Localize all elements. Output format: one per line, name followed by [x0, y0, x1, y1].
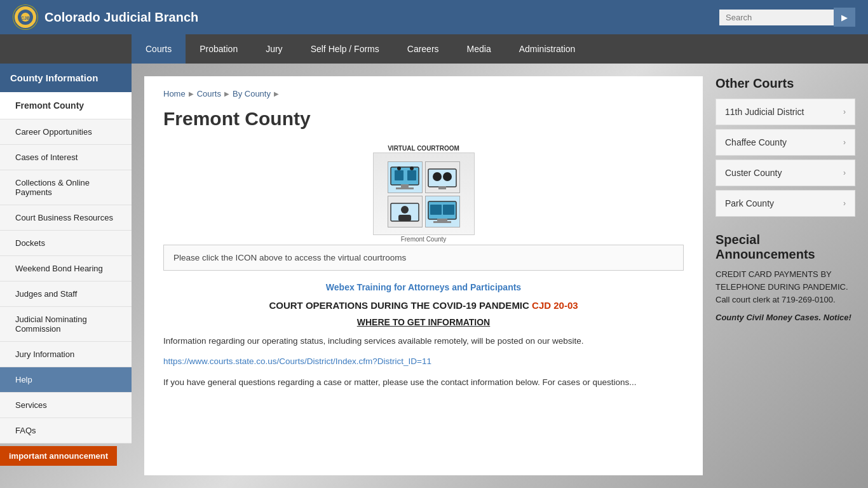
- svg-rect-7: [407, 170, 416, 180]
- breadcrumb-courts[interactable]: Courts: [197, 89, 221, 98]
- breadcrumb: Home ▶ Courts ▶ By County ▶: [163, 89, 684, 98]
- court-link-chaffee-county[interactable]: Chaffee County›: [715, 129, 855, 156]
- breadcrumb-arrow-3: ▶: [274, 90, 279, 97]
- search-button[interactable]: ▶: [834, 8, 855, 27]
- search-input[interactable]: [719, 10, 834, 25]
- svg-point-6: [397, 166, 401, 170]
- court-link-11th-judicial-district[interactable]: 11th Judicial District›: [715, 98, 855, 125]
- other-courts-title: Other Courts: [715, 76, 855, 91]
- sidebar-item-services[interactable]: Services: [0, 393, 132, 418]
- svg-rect-22: [433, 221, 451, 223]
- courtroom-icon-3: [388, 196, 423, 227]
- courtroom-icon-1: [388, 161, 423, 193]
- announce-italic: County Civil Money Cases. Notice!: [715, 313, 855, 322]
- svg-rect-5: [395, 170, 403, 180]
- courtroom-image[interactable]: VIRTUAL COURTROOM: [373, 152, 475, 235]
- district-link[interactable]: https://www.courts.state.co.us/Courts/Di…: [163, 355, 684, 368]
- covid-cjd: CJD 20-03: [532, 300, 578, 311]
- page-title: Fremont County: [163, 108, 684, 130]
- svg-rect-17: [398, 215, 411, 221]
- svg-point-8: [410, 166, 414, 170]
- svg-rect-10: [396, 187, 414, 189]
- nav-item-administration[interactable]: Administration: [505, 34, 590, 64]
- court-link-custer-county[interactable]: Custer County›: [715, 159, 855, 186]
- sidebar-item-career-opportunities[interactable]: Career Opportunities: [0, 119, 132, 145]
- virtual-courtroom-widget[interactable]: VIRTUAL COURTROOM: [163, 142, 684, 235]
- logo-area: CJB Colorado Judicial Branch: [13, 4, 198, 30]
- sidebar-item-court-business-resources[interactable]: Court Business Resources: [0, 205, 132, 231]
- court-link-park-county[interactable]: Park County›: [715, 190, 855, 217]
- sidebar-header: County Information: [0, 64, 132, 92]
- search-area: ▶: [719, 8, 855, 27]
- sidebar-item-weekend-bond-hearing[interactable]: Weekend Bond Hearing: [0, 256, 132, 281]
- special-announcements: Special Announcements CREDIT CARD PAYMEN…: [715, 233, 855, 322]
- nav-item-self-help-/-forms[interactable]: Self Help / Forms: [297, 34, 393, 64]
- sidebar: County Information Fremont CountyCareer …: [0, 64, 132, 488]
- nav-item-probation[interactable]: Probation: [186, 34, 252, 64]
- nav-item-jury[interactable]: Jury: [252, 34, 296, 64]
- sidebar-item-fremont-county[interactable]: Fremont County: [0, 92, 132, 119]
- info-text-1: Information regarding our operating stat…: [163, 335, 684, 348]
- sidebar-item-judges-and-staff[interactable]: Judges and Staff: [0, 281, 132, 307]
- svg-point-12: [433, 172, 442, 181]
- important-announcement-bar[interactable]: important announcement: [0, 446, 117, 466]
- courtroom-title: VIRTUAL COURTROOM: [388, 145, 459, 152]
- svg-text:CJB: CJB: [21, 16, 30, 20]
- breadcrumb-by-county[interactable]: By County: [233, 89, 271, 98]
- svg-point-16: [401, 206, 409, 214]
- nav-item-courts[interactable]: Courts: [132, 34, 186, 64]
- sidebar-item-help[interactable]: Help: [0, 367, 132, 393]
- special-title: Special Announcements: [715, 233, 855, 262]
- page-wrapper: County Information Fremont CountyCareer …: [0, 64, 868, 488]
- sidebar-item-faqs[interactable]: FAQs: [0, 418, 132, 444]
- breadcrumb-home[interactable]: Home: [163, 89, 186, 98]
- covid-title: COURT OPERATIONS DURING THE COVID-19 PAN…: [163, 300, 684, 311]
- courtroom-icons: [381, 155, 466, 234]
- sidebar-item-jury-information[interactable]: Jury Information: [0, 342, 132, 367]
- main-navigation: CourtsProbationJurySelf Help / FormsCare…: [0, 34, 868, 64]
- sidebar-item-collections-and-online-payments[interactable]: Collections & Online Payments: [0, 170, 132, 205]
- content-panel: Home ▶ Courts ▶ By County ▶ Fremont Coun…: [144, 76, 703, 475]
- courtroom-icon-2: [425, 161, 460, 193]
- svg-rect-20: [443, 205, 454, 215]
- courts-list: 11th Judicial District›Chaffee County›Cu…: [715, 98, 855, 217]
- sidebar-item-dockets[interactable]: Dockets: [0, 231, 132, 256]
- svg-point-13: [443, 172, 452, 181]
- svg-rect-19: [430, 205, 442, 215]
- breadcrumb-arrow-2: ▶: [224, 90, 229, 97]
- click-notice: Please click the ICON above to access th…: [163, 245, 684, 271]
- info-text-2: If you have general questions regarding …: [163, 376, 684, 389]
- site-title: Colorado Judicial Branch: [44, 10, 198, 25]
- nav-item-media[interactable]: Media: [453, 34, 505, 64]
- breadcrumb-arrow-1: ▶: [189, 90, 194, 97]
- covid-title-text: COURT OPERATIONS DURING THE COVID-19 PAN…: [269, 300, 529, 311]
- sidebar-item-cases-of-interest[interactable]: Cases of Interest: [0, 145, 132, 170]
- site-header: CJB Colorado Judicial Branch ▶: [0, 0, 868, 34]
- where-info-heading: WHERE TO GET INFORMATION: [163, 317, 684, 327]
- right-panel: Other Courts 11th Judicial District›Chaf…: [715, 76, 855, 475]
- nav-item-careers[interactable]: Careers: [393, 34, 453, 64]
- logo-icon: CJB: [13, 4, 38, 30]
- courtroom-icon-4: [425, 196, 460, 227]
- svg-rect-11: [428, 169, 456, 187]
- announce-text: CREDIT CARD PAYMENTS BY TELEPHONE DURING…: [715, 268, 855, 306]
- webex-link[interactable]: Webex Training for Attorneys and Partici…: [163, 282, 684, 292]
- main-content: Home ▶ Courts ▶ By County ▶ Fremont Coun…: [132, 64, 868, 488]
- sidebar-item-judicial-nominating-commission[interactable]: Judicial Nominating Commission: [0, 307, 132, 342]
- courtroom-county-label: Fremont County: [401, 236, 447, 243]
- svg-rect-14: [438, 186, 446, 189]
